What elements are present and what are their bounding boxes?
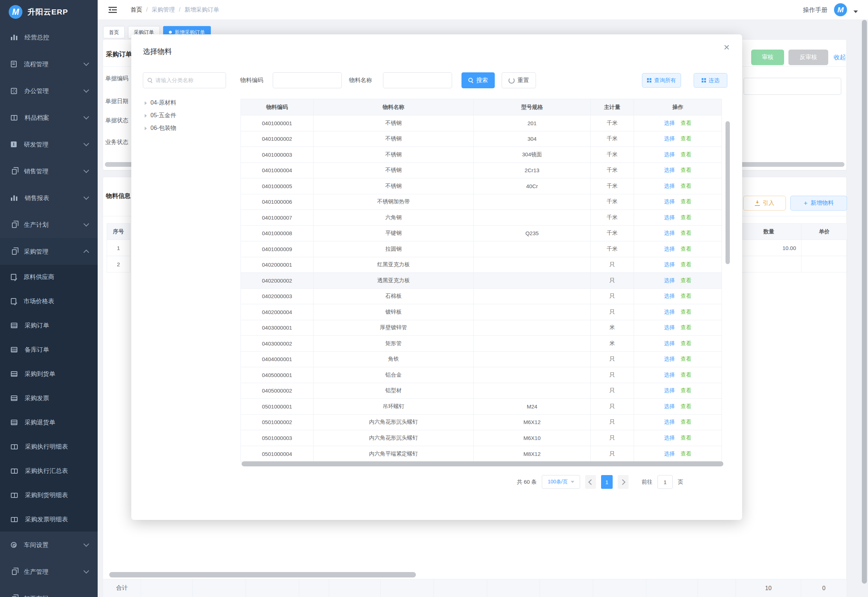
view-link[interactable]: 查看 — [681, 387, 692, 394]
collapse-panel-link[interactable]: 收起 — [834, 53, 846, 61]
sidebar-item[interactable]: 生产计划 — [0, 211, 98, 238]
multi-select-button[interactable]: 连选 — [694, 73, 727, 88]
page-size-select[interactable]: 100条/页 — [542, 475, 580, 489]
sidebar-item[interactable]: 采购订单 — [0, 313, 98, 337]
horizontal-scrollbar-thumb[interactable] — [241, 461, 723, 466]
view-link[interactable]: 查看 — [681, 450, 692, 457]
manual-link[interactable]: 操作手册 — [803, 6, 828, 14]
select-link[interactable]: 选择 — [664, 230, 675, 237]
tree-node[interactable]: 06-包装物 — [145, 122, 176, 135]
unapprove-button[interactable]: 反审核 — [788, 50, 828, 65]
view-link[interactable]: 查看 — [681, 356, 692, 362]
view-link[interactable]: 查看 — [681, 151, 692, 158]
view-link[interactable]: 查看 — [681, 120, 692, 127]
next-page-button[interactable] — [618, 475, 629, 489]
select-link[interactable]: 选择 — [664, 214, 675, 221]
tree-search-input[interactable]: 请输入分类名称 — [143, 72, 226, 88]
breadcrumb-item[interactable]: 首页 — [130, 6, 142, 14]
sidebar-item[interactable]: 采购发票明细表 — [0, 507, 98, 532]
select-link[interactable]: 选择 — [664, 246, 675, 252]
sidebar-item[interactable]: 经营总控 — [0, 24, 98, 50]
reset-button[interactable]: 重置 — [502, 72, 536, 88]
select-link[interactable]: 选择 — [664, 135, 675, 142]
sidebar-item[interactable]: 流程管理 — [0, 50, 98, 77]
sidebar-item[interactable]: 办公管理 — [0, 77, 98, 104]
select-link[interactable]: 选择 — [664, 261, 675, 268]
breadcrumb-item[interactable]: 采购管理 — [151, 6, 175, 14]
select-link[interactable]: 选择 — [664, 183, 675, 190]
view-link[interactable]: 查看 — [681, 246, 692, 252]
sidebar-item[interactable]: 采购发票 — [0, 386, 98, 410]
sidebar-item[interactable]: 市场价格表 — [0, 289, 98, 313]
sidebar-item[interactable]: 备库订单 — [0, 337, 98, 362]
breadcrumb-item[interactable]: 新增采购订单 — [184, 6, 219, 14]
view-link[interactable]: 查看 — [681, 167, 692, 174]
sidebar-item[interactable]: 料品档案 — [0, 104, 98, 131]
vertical-scrollbar-thumb[interactable] — [862, 20, 867, 584]
view-link[interactable]: 查看 — [681, 403, 692, 410]
add-material-button[interactable]: 新增物料 — [790, 196, 847, 211]
code-filter-input[interactable] — [273, 72, 342, 88]
select-link[interactable]: 选择 — [664, 167, 675, 174]
select-link[interactable]: 选择 — [664, 198, 675, 205]
goto-page-input[interactable] — [658, 475, 673, 489]
select-link[interactable]: 选择 — [664, 419, 675, 426]
select-link[interactable]: 选择 — [664, 356, 675, 362]
select-link[interactable]: 选择 — [664, 293, 675, 300]
sidebar-item[interactable]: 销售管理 — [0, 158, 98, 184]
view-link[interactable]: 查看 — [681, 340, 692, 347]
sidebar-item[interactable]: 生产管理 — [0, 558, 98, 585]
view-link[interactable]: 查看 — [681, 435, 692, 441]
tab-首页[interactable]: 首页 — [103, 26, 125, 39]
tree-node[interactable]: 05-五金件 — [145, 109, 176, 122]
select-link[interactable]: 选择 — [664, 403, 675, 410]
view-link[interactable]: 查看 — [681, 293, 692, 300]
select-link[interactable]: 选择 — [664, 340, 675, 347]
select-link[interactable]: 选择 — [664, 450, 675, 457]
view-link[interactable]: 查看 — [681, 230, 692, 237]
sidebar-item[interactable]: 采购退货单 — [0, 410, 98, 435]
select-link[interactable]: 选择 — [664, 309, 675, 315]
view-link[interactable]: 查看 — [681, 309, 692, 315]
sidebar-item[interactable]: 销售报表 — [0, 184, 98, 211]
horizontal-scrollbar-thumb[interactable] — [109, 572, 416, 578]
view-link[interactable]: 查看 — [681, 183, 692, 190]
view-link[interactable]: 查看 — [681, 371, 692, 379]
sidebar-item[interactable]: 研发管理 — [0, 131, 98, 158]
prev-page-button[interactable] — [585, 475, 596, 489]
sidebar-item[interactable]: 采购到货明细表 — [0, 483, 98, 507]
view-link[interactable]: 查看 — [681, 419, 692, 426]
search-button[interactable]: 搜索 — [462, 72, 495, 88]
tree-node[interactable]: 04-原材料 — [145, 97, 176, 109]
close-icon[interactable]: × — [724, 42, 729, 52]
sidebar-item[interactable]: 采购管理 — [0, 238, 98, 265]
view-link[interactable]: 查看 — [681, 277, 692, 284]
sidebar-item[interactable]: 原料供应商 — [0, 265, 98, 289]
name-filter-input[interactable] — [383, 72, 452, 88]
select-link[interactable]: 选择 — [664, 387, 675, 394]
avatar[interactable]: M — [834, 3, 847, 16]
vertical-scrollbar-thumb[interactable] — [726, 121, 730, 264]
current-page[interactable]: 1 — [601, 475, 613, 489]
sidebar-item[interactable]: 加工车间 — [0, 585, 98, 597]
select-link[interactable]: 选择 — [664, 324, 675, 331]
view-link[interactable]: 查看 — [681, 198, 692, 205]
select-link[interactable]: 选择 — [664, 151, 675, 158]
sidebar-item[interactable]: 采购执行汇总表 — [0, 459, 98, 483]
view-link[interactable]: 查看 — [681, 135, 692, 142]
select-link[interactable]: 选择 — [664, 120, 675, 127]
sidebar-item[interactable]: 采购执行明细表 — [0, 435, 98, 459]
view-link[interactable]: 查看 — [681, 324, 692, 331]
collapse-sidebar-icon[interactable] — [108, 7, 117, 13]
view-link[interactable]: 查看 — [681, 214, 692, 221]
approve-button[interactable]: 审核 — [751, 50, 784, 65]
view-link[interactable]: 查看 — [681, 261, 692, 268]
query-all-button[interactable]: 查询所有 — [642, 73, 681, 88]
caret-down-icon[interactable] — [853, 10, 858, 13]
sidebar-item[interactable]: 车间设置 — [0, 532, 98, 558]
select-link[interactable]: 选择 — [664, 435, 675, 441]
sidebar-item[interactable]: 采购到货单 — [0, 362, 98, 386]
select-link[interactable]: 选择 — [664, 371, 675, 379]
select-link[interactable]: 选择 — [664, 277, 675, 284]
order-form-input[interactable] — [744, 78, 841, 95]
